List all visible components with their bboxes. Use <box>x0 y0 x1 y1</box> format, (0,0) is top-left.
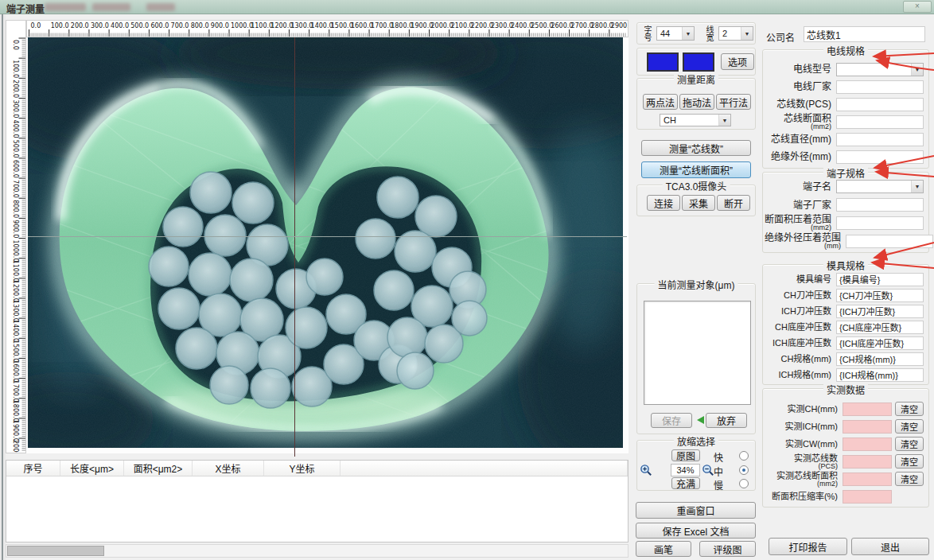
company-input[interactable]: 芯线数1 <box>804 26 925 42</box>
grade-chart-button[interactable]: 评级图 <box>699 541 756 557</box>
field-input[interactable] <box>836 133 924 146</box>
table-column-header[interactable]: 序号 <box>6 461 60 476</box>
text-color-swatch[interactable] <box>683 52 714 72</box>
field-input[interactable]: {CH底座冲压数} <box>836 321 924 334</box>
table-column-header[interactable]: 长度<μm> <box>60 461 124 476</box>
redraw-window-button[interactable]: 重画窗口 <box>636 502 756 519</box>
field-row: 芯线数(PCS) <box>765 95 927 113</box>
field-label: 断面积压着范围(mm2) <box>765 215 831 231</box>
field-row: 实测CW(mm)清空 <box>765 435 927 453</box>
svg-text:1200.0: 1200.0 <box>270 22 293 29</box>
field-input[interactable] <box>836 80 924 94</box>
field-row: 电线型号▼ <box>765 60 927 78</box>
clear-button[interactable]: 清空 <box>895 472 924 486</box>
field-input[interactable]: {ICH底座冲压数} <box>836 336 924 350</box>
measured-value-field[interactable] <box>843 455 892 469</box>
line-color-swatch[interactable] <box>647 52 679 72</box>
field-label: ICH规格(mm) <box>765 370 831 379</box>
microscope-image-canvas[interactable] <box>26 37 629 453</box>
table-body[interactable] <box>6 476 628 542</box>
speed-fast-radio[interactable] <box>739 451 749 461</box>
field-input[interactable] <box>836 115 924 129</box>
measured-value-field[interactable] <box>843 438 892 451</box>
speed-medium-radio[interactable] <box>739 465 749 475</box>
two-point-method-button[interactable]: 两点法 <box>643 94 678 110</box>
save-excel-button[interactable]: 保存 Excel 文档 <box>636 523 756 539</box>
exit-button[interactable]: 退出 <box>851 538 929 555</box>
drag-method-button[interactable]: 拖动法 <box>679 94 714 110</box>
current-measure-listbox[interactable] <box>644 301 751 405</box>
field-combo[interactable]: ▼ <box>836 63 924 76</box>
zoom-out-icon[interactable] <box>702 464 714 476</box>
field-label: 电线厂家 <box>765 82 831 91</box>
line-width-combo[interactable]: 2▼ <box>718 26 753 41</box>
svg-text:1900.0: 1900.0 <box>411 22 433 29</box>
measured-value-field[interactable] <box>843 420 892 434</box>
table-column-header[interactable]: X坐标 <box>193 461 264 476</box>
field-label: CH规格(mm) <box>765 354 831 364</box>
camera-group: TCA3.0摄像头 连接 采集 断开 <box>636 185 756 216</box>
field-input[interactable] <box>846 235 933 248</box>
horizontal-scrollbar[interactable] <box>6 544 629 558</box>
field-input[interactable]: {CH刀冲压数} <box>836 289 924 302</box>
svg-text:1500.0: 1500.0 <box>12 340 19 362</box>
mold-spec-group: 模具规格 模具编号{模具编号}CH刀冲压数{CH刀冲压数}ICH刀冲压数{ICH… <box>762 264 929 385</box>
svg-text:300.0: 300.0 <box>12 99 19 118</box>
distance-mode-combo[interactable]: CH▼ <box>660 114 731 126</box>
speed-slow-radio[interactable] <box>739 479 749 488</box>
camera-capture-button[interactable]: 采集 <box>682 195 715 211</box>
clear-button[interactable]: 清空 <box>895 454 924 469</box>
field-label: ICH刀冲压数 <box>765 306 831 316</box>
field-label: CH底座冲压数 <box>765 322 831 332</box>
field-combo[interactable]: ▼ <box>836 180 924 193</box>
svg-text:100.0: 100.0 <box>51 22 69 29</box>
svg-text:1600.0: 1600.0 <box>12 360 19 382</box>
measure-core-count-button[interactable]: 测量“芯线数” <box>641 140 751 156</box>
svg-text:0.0: 0.0 <box>31 22 41 29</box>
field-input[interactable]: {ICH刀冲压数} <box>836 305 924 318</box>
color-toolbar: 选项 <box>636 48 756 76</box>
zoom-in-icon[interactable] <box>640 464 652 476</box>
table-column-header[interactable]: 面积<μm2> <box>124 461 193 476</box>
field-row: ICH刀冲压数{ICH刀冲压数} <box>765 303 927 319</box>
measurement-results-table: 序号长度<μm>面积<μm2>X坐标Y坐标 <box>6 460 629 542</box>
field-input[interactable] <box>836 198 924 212</box>
original-size-button[interactable]: 原图 <box>671 449 700 461</box>
camera-disconnect-button[interactable]: 断开 <box>717 195 750 211</box>
svg-text:1100.0: 1100.0 <box>251 22 273 29</box>
clear-button[interactable]: 清空 <box>895 402 924 416</box>
measure-core-area-button[interactable]: 测量“芯线断面积” <box>641 161 751 178</box>
measured-value-field[interactable] <box>843 472 892 486</box>
field-input[interactable]: {ICH规格(mm)} <box>836 368 924 382</box>
options-button[interactable]: 选项 <box>721 53 754 70</box>
field-input[interactable] <box>836 98 924 111</box>
measured-value-field[interactable] <box>843 490 892 504</box>
field-input[interactable] <box>836 150 924 164</box>
field-input[interactable] <box>836 216 924 230</box>
svg-text:1800.0: 1800.0 <box>391 22 413 29</box>
window-title: 端子测量 <box>6 2 45 15</box>
clear-button[interactable]: 清空 <box>895 437 924 451</box>
field-input[interactable]: {模具编号} <box>836 273 924 286</box>
save-measure-button[interactable]: 保存 <box>651 413 692 428</box>
clear-button[interactable]: 清空 <box>895 419 924 434</box>
camera-connect-button[interactable]: 连接 <box>647 195 680 211</box>
font-size-combo[interactable]: 44▼ <box>656 26 695 41</box>
wire-spec-group: 电线规格 电线型号▼电线厂家芯线数(PCS)芯线断面积(mm2)芯线直径(mm)… <box>762 49 929 169</box>
scrollbar-thumb[interactable] <box>7 546 104 556</box>
field-input[interactable]: {CH规格(mm)} <box>836 352 924 366</box>
table-column-header-empty <box>341 461 628 476</box>
table-column-header[interactable]: Y坐标 <box>264 461 341 476</box>
table-header-row: 序号长度<μm>面积<μm2>X坐标Y坐标 <box>6 461 628 476</box>
discard-measure-button[interactable]: 放弃 <box>706 413 747 428</box>
svg-text:1000.0: 1000.0 <box>231 22 253 29</box>
line-width-label: 线宽 <box>705 25 714 41</box>
parallel-method-button[interactable]: 平行法 <box>716 94 751 110</box>
field-label: 绝缘外径压着范围(mm) <box>765 233 841 250</box>
fit-window-button[interactable]: 充满 <box>671 477 700 489</box>
pen-button[interactable]: 画笔 <box>636 541 691 557</box>
close-button[interactable]: × <box>903 1 932 13</box>
print-report-button[interactable]: 打印报告 <box>769 538 847 555</box>
svg-text:2600.0: 2600.0 <box>551 22 573 29</box>
measured-value-field[interactable] <box>843 402 892 416</box>
